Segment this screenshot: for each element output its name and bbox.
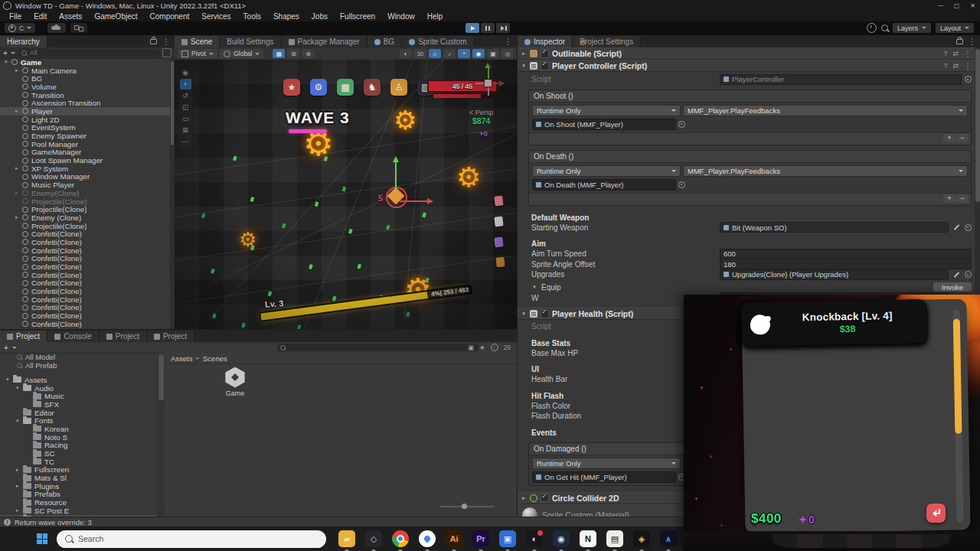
fold-arrow-icon[interactable]: ▾ <box>521 311 527 317</box>
thumbnail-zoom-slider[interactable] <box>440 506 494 507</box>
expand-arrow-icon[interactable]: ▾ <box>6 377 13 383</box>
snap-increment-button[interactable] <box>302 49 314 58</box>
hierarchy-item[interactable]: Confetti(Clone) <box>0 311 170 320</box>
menu-item[interactable]: Jobs <box>305 12 334 21</box>
create-asset-button[interactable]: + <box>4 344 8 352</box>
project-folder-item[interactable]: Music <box>0 392 157 400</box>
taskbar-app-button[interactable] <box>417 529 437 549</box>
close-shop-button[interactable] <box>926 504 946 523</box>
fold-arrow-icon[interactable]: ▾ <box>521 63 527 69</box>
project-folder-item[interactable]: ▾ Fonts <box>0 416 157 425</box>
taskbar-app-button[interactable]: ◇ <box>364 529 384 549</box>
effects-dropdown[interactable] <box>458 49 470 58</box>
add-event-button[interactable]: + <box>943 194 956 203</box>
tab-project-2[interactable]: Project <box>100 331 147 342</box>
hierarchy-item[interactable]: Confetti(Clone) <box>0 230 170 238</box>
shading-mode-dropdown[interactable] <box>400 49 412 58</box>
taskbar-app-button[interactable]: Pr <box>471 529 491 549</box>
event-target-field[interactable]: On Get Hit (MMF_Player) <box>532 471 676 483</box>
hierarchy-item[interactable]: Projectile(Clone) <box>0 197 170 206</box>
event-method-dropdown[interactable]: MMF_Player.PlayFeedbacks <box>683 105 968 116</box>
menu-item[interactable]: Edit <box>28 12 53 21</box>
help-icon[interactable] <box>943 62 947 70</box>
undo-history-icon[interactable] <box>867 23 877 33</box>
taskbar-app-button[interactable]: ◐ <box>524 529 544 549</box>
fold-arrow-icon[interactable]: ▸ <box>521 51 527 57</box>
object-picker-icon[interactable] <box>965 224 972 231</box>
cloud-button[interactable] <box>47 23 66 33</box>
hierarchy-item[interactable]: Confetti(Clone) <box>0 320 170 328</box>
hierarchy-item[interactable]: Confetti(Clone) <box>0 271 170 279</box>
global-dropdown[interactable]: Global <box>220 49 264 58</box>
play-button[interactable] <box>466 23 479 33</box>
help-icon[interactable] <box>943 50 947 57</box>
menu-item[interactable]: Shapes <box>267 12 305 21</box>
expand-arrow-icon[interactable]: ▸ <box>15 190 22 196</box>
hierarchy-item[interactable]: Confetti(Clone) <box>0 295 170 304</box>
hierarchy-item[interactable]: Window Manager <box>0 173 170 181</box>
close-icon[interactable] <box>970 2 975 9</box>
hidden-objects-button[interactable] <box>472 49 485 58</box>
menu-item[interactable]: GameObject <box>88 12 143 21</box>
taskbar-app-button[interactable]: ◉ <box>551 529 571 549</box>
scene-picker-icon[interactable] <box>162 48 172 57</box>
hierarchy-item[interactable]: Transition <box>0 91 170 99</box>
hierarchy-item[interactable]: Confetti(Clone) <box>0 262 170 271</box>
kebab-menu-icon[interactable] <box>162 34 170 47</box>
project-folder-item[interactable]: Korean <box>0 425 157 433</box>
kebab-menu-icon[interactable] <box>969 35 976 47</box>
hierarchy-item[interactable]: Volume <box>0 83 170 91</box>
add-event-button[interactable]: + <box>943 134 956 142</box>
hierarchy-item[interactable]: ▸ Main Camera <box>0 67 170 75</box>
info-icon[interactable]: ! <box>491 344 498 351</box>
hierarchy-item[interactable]: ▾ Game <box>0 58 170 67</box>
upgrades-field[interactable]: Upgrades(Clone) (Player Upgrades) <box>720 269 949 280</box>
expand-arrow-icon[interactable]: ▸ <box>16 507 23 514</box>
event-mode-dropdown[interactable]: Runtime Only <box>532 458 681 469</box>
menu-item[interactable]: File <box>3 12 28 21</box>
tab-project-settings[interactable]: Project Settings <box>573 36 641 47</box>
account-button[interactable]: C <box>5 23 35 33</box>
breadcrumb-leaf[interactable]: Scenes <box>203 354 227 363</box>
create-dropdown-icon[interactable] <box>11 52 15 54</box>
presets-icon[interactable] <box>952 50 959 57</box>
expand-arrow-icon[interactable]: ▸ <box>15 67 22 73</box>
project-folder-item[interactable]: Editor <box>0 409 157 417</box>
expand-arrow-icon[interactable]: ▸ <box>16 483 23 489</box>
asset-item-game-scene[interactable]: Game <box>218 364 252 397</box>
hierarchy-item[interactable]: Loot Spawn Manager <box>0 156 170 165</box>
object-picker-icon[interactable] <box>965 271 972 278</box>
taskbar-app-button[interactable]: ∧ <box>658 529 678 549</box>
hierarchy-item[interactable]: ▸ Player <box>0 107 170 116</box>
camera-dropdown[interactable] <box>487 49 499 58</box>
starting-weapon-field[interactable]: Bit (Weapon SO) <box>720 222 949 233</box>
expand-arrow-icon[interactable]: ▸ <box>15 214 22 220</box>
aim-turn-speed-input[interactable]: 600 <box>720 249 972 259</box>
hierarchy-item[interactable]: GameManager <box>0 148 170 157</box>
upgrade-scrollbar-thumb[interactable] <box>953 319 962 434</box>
tab-scene[interactable]: Scene <box>175 36 220 47</box>
hierarchy-item[interactable]: Enemy Spawner <box>0 132 170 140</box>
taskbar-app-button[interactable] <box>390 529 410 549</box>
hierarchy-item[interactable]: Music Player <box>0 181 170 189</box>
menu-item[interactable]: Window <box>381 12 421 21</box>
expand-arrow-icon[interactable]: ▸ <box>16 467 23 473</box>
layers-dropdown[interactable]: Layers <box>893 23 931 33</box>
object-picker-icon[interactable] <box>678 121 685 128</box>
fold-arrow-icon[interactable]: ▸ <box>521 495 527 501</box>
project-folder-item[interactable]: ▸ Fullscreen <box>0 466 157 474</box>
remove-event-button[interactable]: − <box>956 194 969 203</box>
tab-sprite-custom[interactable]: Sprite Custom <box>402 36 474 47</box>
presets-icon[interactable] <box>952 62 959 70</box>
audio-toggle-button[interactable] <box>443 49 456 58</box>
event-method-dropdown[interactable]: MMF_Player.PlayFeedbacks <box>683 165 968 177</box>
tab-inspector[interactable]: Inspector <box>518 36 573 47</box>
expand-arrow-icon[interactable]: ▸ <box>15 108 22 114</box>
project-folder-item[interactable]: Noto S <box>0 433 157 442</box>
project-folder-item[interactable]: SC <box>0 449 157 458</box>
event-target-field[interactable]: On Shoot (MMF_Player) <box>532 119 676 130</box>
hierarchy-item[interactable]: Confetti(Clone) <box>0 279 170 288</box>
minimize-icon[interactable] <box>939 2 943 9</box>
equip-foldout[interactable]: ▾Equip <box>531 283 561 292</box>
menu-item[interactable]: Tools <box>237 12 267 21</box>
